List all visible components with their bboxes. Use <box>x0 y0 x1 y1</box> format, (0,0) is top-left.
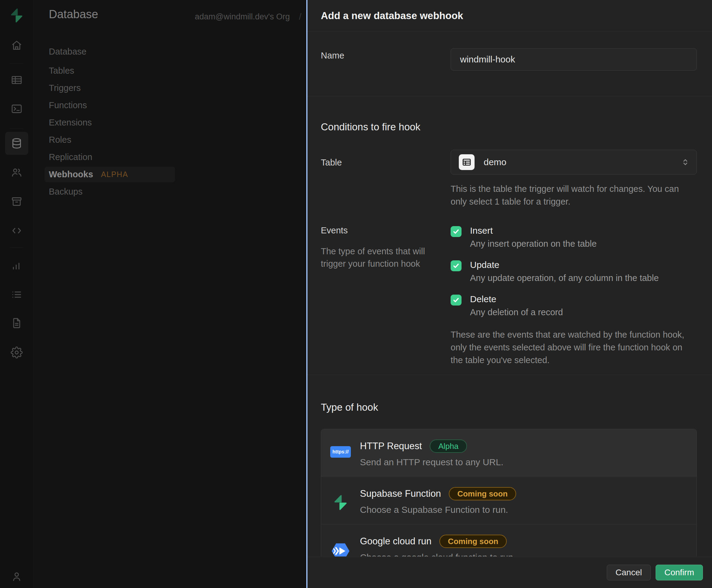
delete-option-desc: Any deletion of a record <box>470 307 563 317</box>
panel-header: Add a new database webhook <box>307 0 712 31</box>
coming-soon-pill: Coming soon <box>449 487 516 500</box>
table-select[interactable]: demo <box>451 150 697 174</box>
update-option-title: Update <box>470 260 659 270</box>
confirm-button[interactable]: Confirm <box>656 565 703 581</box>
webhook-name-input[interactable] <box>451 48 697 70</box>
hook-option-desc: Choose a google cloud function to run <box>360 552 688 556</box>
insert-option-title: Insert <box>470 226 597 236</box>
event-option-update: Update Any update operation, of any colu… <box>451 260 697 283</box>
hook-option-title: Supabase Function <box>360 488 441 499</box>
hook-option-desc: Send an HTTP request to any URL. <box>360 457 688 467</box>
modal-backdrop[interactable] <box>0 0 306 588</box>
event-option-insert: Insert Any insert operation on the table <box>451 226 697 249</box>
name-section: Name <box>307 32 712 97</box>
events-help-text: These are the events that are watched by… <box>451 328 697 366</box>
cancel-button[interactable]: Cancel <box>607 565 651 581</box>
insert-option-desc: Any insert operation on the table <box>470 239 597 249</box>
coming-soon-pill: Coming soon <box>440 535 507 548</box>
table-select-value: demo <box>484 157 506 167</box>
conditions-heading: Conditions to fire hook <box>321 121 712 133</box>
hook-option-title: Google cloud run <box>360 536 431 547</box>
hook-option-google-cloud-run[interactable]: Google cloud run Coming soon Choose a go… <box>321 524 696 556</box>
update-option-desc: Any update operation, of any column in t… <box>470 273 659 283</box>
events-field-row: Events The type of events that will trig… <box>321 226 712 366</box>
panel-body: Name Conditions to fire hook Table demo <box>307 32 712 556</box>
hook-option-desc: Choose a Supabase Function to run. <box>360 505 688 515</box>
alpha-pill: Alpha <box>430 440 467 453</box>
hook-type-heading: Type of hook <box>321 402 697 413</box>
panel-footer: Cancel Confirm <box>307 557 712 588</box>
delete-checkbox[interactable] <box>451 295 462 306</box>
hook-option-http-request[interactable]: https:// HTTP Request Alpha Send an HTTP… <box>321 429 696 477</box>
table-field-row: Table demo This is the table the trigger… <box>321 150 712 208</box>
insert-checkbox[interactable] <box>451 226 462 237</box>
add-webhook-panel: Add a new database webhook Name Conditio… <box>306 0 712 588</box>
table-help-text: This is the table the trigger will watch… <box>451 183 697 208</box>
panel-title: Add a new database webhook <box>321 10 463 22</box>
update-checkbox[interactable] <box>451 260 462 271</box>
conditions-section: Conditions to fire hook Table demo <box>307 97 712 375</box>
delete-option-title: Delete <box>470 294 563 304</box>
hook-type-section: Type of hook https:// HTTP Request Alpha… <box>307 375 712 556</box>
hook-type-options: https:// HTTP Request Alpha Send an HTTP… <box>321 429 697 556</box>
hook-option-supabase-function[interactable]: Supabase Function Coming soon Choose a S… <box>321 477 696 524</box>
supabase-function-icon <box>332 494 349 511</box>
event-option-delete: Delete Any deletion of a record <box>451 294 697 317</box>
table-grid-icon <box>459 154 474 170</box>
https-icon: https:// <box>330 446 351 458</box>
events-sublabel: The type of events that will trigger you… <box>321 245 440 270</box>
chevron-up-down-icon <box>680 157 690 167</box>
hook-option-title: HTTP Request <box>360 441 422 451</box>
events-label: Events <box>321 226 451 235</box>
google-cloud-run-icon <box>331 541 350 556</box>
table-label: Table <box>321 150 451 168</box>
name-label: Name <box>321 48 451 61</box>
